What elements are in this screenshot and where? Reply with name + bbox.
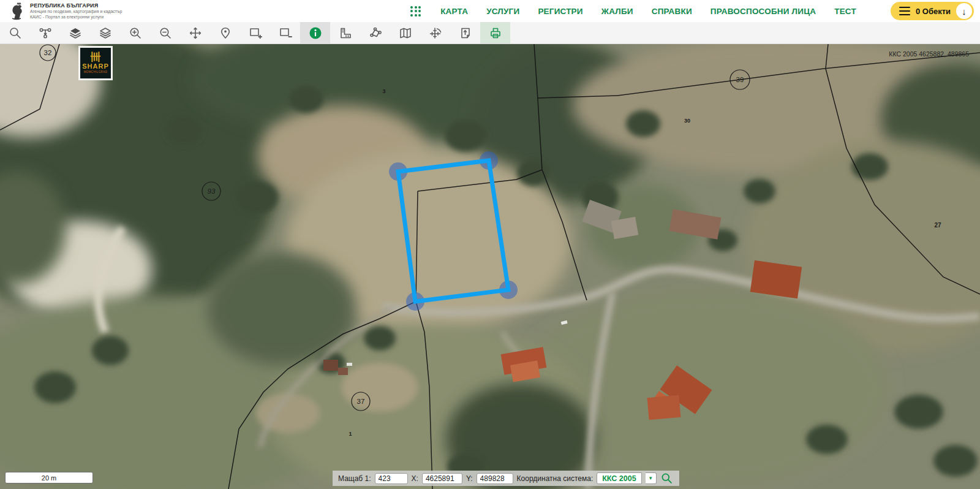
svg-text:37: 37 xyxy=(357,398,365,405)
map-toolbar xyxy=(0,22,980,44)
scale-label: Мащаб 1: xyxy=(338,474,371,483)
agency-brand: РЕПУБЛИКА БЪЛГАРИЯ Агенция по геодезия, … xyxy=(9,2,122,20)
crs-select[interactable]: ККС 2005 xyxy=(597,472,641,484)
map-viewport[interactable]: 32 93 37 39 30 27 3 1 ККС 2005 4625882, … xyxy=(0,44,980,489)
zoom-in-icon xyxy=(129,26,142,40)
main-nav: КАРТА УСЛУГИ РЕГИСТРИ ЖАЛБИ СПРАВКИ ПРАВ… xyxy=(410,2,974,20)
sharp-monogram-icon: 卌 xyxy=(91,53,101,63)
nav-item-spravki[interactable]: СПРАВКИ xyxy=(652,7,692,16)
tool-print[interactable] xyxy=(480,22,510,44)
search-icon xyxy=(9,26,22,40)
nav-item-test[interactable]: ТЕСТ xyxy=(834,7,856,16)
scale-input[interactable] xyxy=(375,473,408,484)
x-label: X: xyxy=(412,474,418,483)
y-label: Y: xyxy=(466,474,473,483)
printer-icon xyxy=(489,26,502,40)
chevron-down-icon: ▼ xyxy=(648,476,653,481)
parcel-label-27: 27 xyxy=(934,222,941,229)
tool-layers-outline[interactable] xyxy=(90,22,120,44)
sharp-name: SHARP xyxy=(82,63,109,70)
satellite-map: 32 93 37 39 30 27 3 1 ККС 2005 4625882, … xyxy=(0,44,980,489)
menu-icon xyxy=(899,7,910,15)
y-coordinate-input[interactable] xyxy=(477,473,513,484)
tool-select-related[interactable] xyxy=(30,22,60,44)
export-page-icon xyxy=(459,26,472,40)
apps-grid-icon[interactable] xyxy=(410,6,421,17)
agency-subtitle-1: Агенция по геодезия, картография и кадас… xyxy=(30,9,122,15)
tool-layers-filled[interactable] xyxy=(60,22,90,44)
app-header: РЕПУБЛИКА БЪЛГАРИЯ Агенция по геодезия, … xyxy=(0,0,980,22)
svg-text:39: 39 xyxy=(736,76,744,83)
svg-text:32: 32 xyxy=(44,49,52,56)
scale-bar-label: 20 m xyxy=(42,474,56,482)
tool-measure-area[interactable] xyxy=(360,22,390,44)
pan-icon xyxy=(189,26,202,40)
x-coordinate-input[interactable] xyxy=(422,473,462,484)
ruler-icon xyxy=(339,26,352,40)
nav-item-uslugi[interactable]: УСЛУГИ xyxy=(486,7,519,16)
tool-pan[interactable] xyxy=(180,22,210,44)
location-pin-icon xyxy=(219,26,232,40)
tool-zoom-rect-in[interactable] xyxy=(240,22,270,44)
coordinates-search-button[interactable] xyxy=(660,472,674,485)
scale-bar: 20 m xyxy=(5,472,93,483)
tool-snap-coordinates[interactable] xyxy=(420,22,450,44)
tool-export-view[interactable] xyxy=(450,22,480,44)
map-statusbar: Мащаб 1: X: Y: Координатна система: ККС … xyxy=(333,471,679,486)
republic-title: РЕПУБЛИКА БЪЛГАРИЯ xyxy=(30,2,122,9)
nav-item-pravosposobni-litsa[interactable]: ПРАВОСПОСОБНИ ЛИЦА xyxy=(710,7,816,16)
zoom-rect-out-icon xyxy=(279,26,292,40)
agency-subtitle-2: КАИС - Портал за електронни услуги xyxy=(30,15,122,20)
tool-measure-distance[interactable] xyxy=(330,22,360,44)
nav-item-registri[interactable]: РЕГИСТРИ xyxy=(538,7,582,16)
tool-zoom-out[interactable] xyxy=(150,22,180,44)
sharp-subtitle: MOMCHILGRAD xyxy=(84,70,108,74)
crs-label: Координатна система: xyxy=(517,474,594,483)
folded-map-icon xyxy=(399,26,412,40)
info-icon xyxy=(309,26,322,40)
terrain-patches xyxy=(0,44,980,489)
crs-value: ККС 2005 xyxy=(602,474,636,483)
select-related-icon xyxy=(39,26,52,40)
objects-count-label: 0 Обекти xyxy=(916,7,951,16)
tool-map-sheets[interactable] xyxy=(390,22,420,44)
coat-of-arms-icon xyxy=(9,2,24,20)
tool-zoom-rect-out[interactable] xyxy=(270,22,300,44)
search-go-icon xyxy=(661,472,673,484)
parcel-label-3: 3 xyxy=(382,88,385,94)
layers-filled-icon xyxy=(69,26,82,40)
coordinate-axes-icon xyxy=(429,26,442,40)
measure-area-icon xyxy=(369,26,382,40)
parcel-label-30: 30 xyxy=(684,118,690,124)
tool-zoom-in[interactable] xyxy=(120,22,150,44)
crs-dropdown-arrow[interactable]: ▼ xyxy=(646,472,657,484)
objects-button[interactable]: 0 Обекти ↓ xyxy=(891,2,974,20)
layers-outline-icon xyxy=(99,26,112,40)
tool-locate[interactable] xyxy=(210,22,240,44)
parcel-label-1: 1 xyxy=(349,431,352,437)
corner-coordinates-text: ККС 2005 4625882, 489865 xyxy=(889,50,969,58)
zoom-out-icon xyxy=(159,26,172,40)
svg-text:93: 93 xyxy=(208,188,216,195)
tool-info[interactable] xyxy=(300,22,330,44)
sharp-watermark-logo: 卌 SHARP MOMCHILGRAD xyxy=(78,46,113,80)
nav-item-karta[interactable]: КАРТА xyxy=(440,7,468,16)
nav-item-zhalbi[interactable]: ЖАЛБИ xyxy=(601,7,633,16)
down-arrow-icon: ↓ xyxy=(962,6,967,17)
download-arrow-button[interactable]: ↓ xyxy=(956,3,972,19)
tool-search[interactable] xyxy=(0,22,30,44)
zoom-rect-in-icon xyxy=(249,26,262,40)
